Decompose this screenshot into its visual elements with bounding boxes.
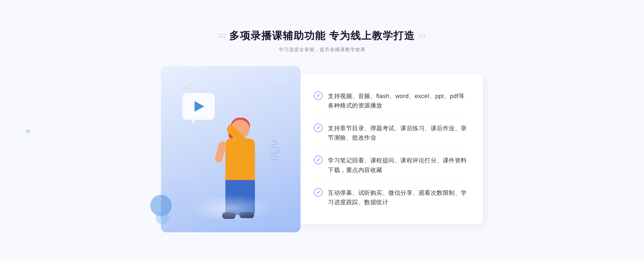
illustration-card: ✦ ✦: [161, 66, 301, 232]
features-card: ✓ 支持视频、音频、flash、word、excel、ppt、pdf等各种格式的…: [298, 74, 483, 224]
check-mark-4: ✓: [316, 190, 320, 195]
chevron-left-icon[interactable]: »: [25, 126, 30, 136]
title-dots-left: [219, 34, 225, 38]
person-figure: [193, 104, 268, 232]
check-mark-3: ✓: [316, 158, 320, 162]
check-mark-1: ✓: [316, 93, 320, 98]
arc-line-1: [271, 141, 276, 145]
feature-item-2: ✓ 支持章节目录、弹题考试、课后练习、课后作业、章节测验、批改作业: [314, 118, 467, 147]
dots-decoration-left: [99, 56, 121, 78]
title-row: 多项录播课辅助功能 专为线上教学打造: [219, 29, 426, 43]
page-title: 多项录播课辅助功能 专为线上教学打造: [229, 29, 415, 43]
feature-text-3: 学习笔记回看、课程提问、课程评论打分、课件资料下载，重点内容收藏: [328, 156, 467, 174]
content-area: ✦ ✦: [161, 66, 483, 232]
feature-text-1: 支持视频、音频、flash、word、excel、ppt、pdf等各种格式的资源…: [328, 91, 467, 110]
person-body: [225, 139, 255, 181]
check-mark-2: ✓: [316, 125, 320, 130]
feature-item-3: ✓ 学习笔记回看、课程提问、课程评论打分、课件资料下载，重点内容收藏: [314, 151, 467, 179]
arc-line-2: [271, 147, 279, 154]
star-icon-2: ✦: [190, 83, 192, 86]
check-icon-1: ✓: [314, 91, 323, 100]
header-section: 多项录播课辅助功能 专为线上教学打造 学习进度全掌握，提升录播课教学效果: [219, 29, 426, 53]
feature-text-2: 支持章节目录、弹题考试、课后练习、课后作业、章节测验、批改作业: [328, 124, 467, 142]
title-dots-right: [419, 34, 425, 38]
deco-circle-2: [156, 211, 169, 224]
star-icon-1: ✦: [185, 85, 188, 91]
arc-line-3: [271, 156, 276, 160]
page-wrapper: » 多项录播课辅助功能 专为线上教学打造 学习进度全掌握，提升录播课教学效果: [0, 0, 644, 261]
illus-dots-1: [268, 82, 292, 106]
feature-item-1: ✓ 支持视频、音频、flash、word、excel、ppt、pdf等各种格式的…: [314, 87, 467, 115]
check-icon-4: ✓: [314, 188, 323, 197]
light-circle: [191, 195, 271, 222]
illus-dots-2: [169, 179, 188, 206]
person-arm-left: [214, 140, 227, 163]
check-icon-2: ✓: [314, 124, 323, 132]
dots-decoration-right: [523, 56, 545, 78]
feature-item-4: ✓ 互动弹幕、试听购买、微信分享、观看次数限制、学习进度跟踪、数据统计: [314, 183, 467, 212]
feature-text-4: 互动弹幕、试听购买、微信分享、观看次数限制、学习进度跟踪、数据统计: [328, 188, 467, 207]
check-icon-3: ✓: [314, 156, 323, 164]
page-subtitle: 学习进度全掌握，提升录播课教学效果: [219, 46, 426, 53]
arc-lines-decoration: [271, 139, 284, 160]
